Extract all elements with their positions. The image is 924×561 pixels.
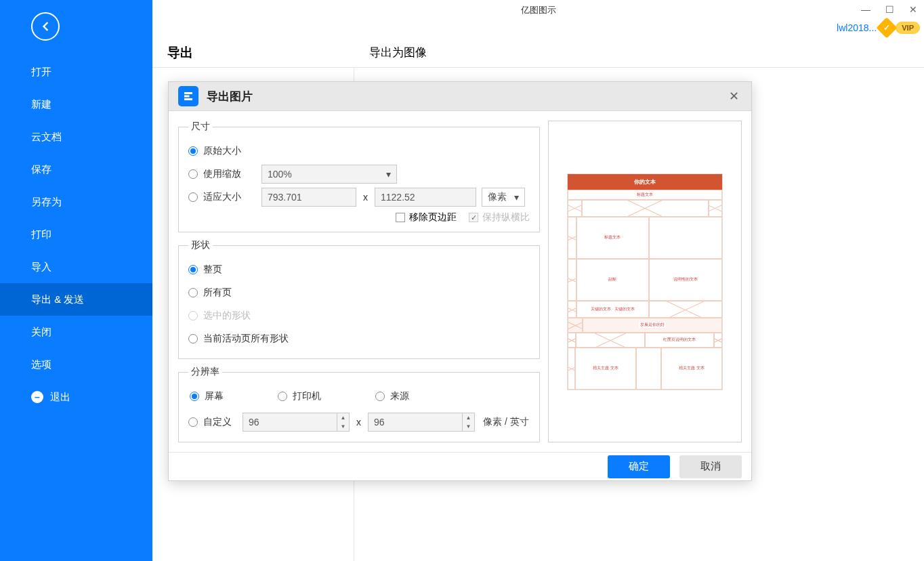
- dialog-body: 尺寸 原始大小 使用缩放 100%▾ 适应大小: [169, 111, 751, 452]
- radio-res-printer[interactable]: [278, 392, 287, 401]
- res-unit-label: 像素 / 英寸: [483, 416, 529, 428]
- radio-original-size[interactable]: [188, 146, 198, 156]
- radio-all-pages[interactable]: [188, 288, 198, 297]
- spin-down-icon[interactable]: ▼: [462, 422, 474, 431]
- spin-up-icon[interactable]: ▲: [337, 413, 349, 422]
- sidebar-item-saveas[interactable]: 另存为: [0, 186, 152, 218]
- user-name[interactable]: lwl2018...: [837, 22, 877, 33]
- label-zoom: 使用缩放: [203, 168, 261, 180]
- radio-res-source[interactable]: [375, 392, 385, 401]
- page-heading: 导出: [152, 38, 354, 67]
- label-selected-shapes: 选中的形状: [203, 310, 251, 322]
- titlebar: 亿图图示 — ☐ ✕: [152, 0, 924, 20]
- sidebar-item-options[interactable]: 选项: [0, 348, 152, 381]
- sidebar-item-open[interactable]: 打开: [0, 56, 152, 88]
- label-fit: 适应大小: [203, 191, 261, 203]
- zoom-select[interactable]: 100%▾: [261, 165, 397, 184]
- cancel-button[interactable]: 取消: [679, 455, 742, 478]
- x-separator: x: [363, 192, 368, 203]
- label-remove-margin: 移除页边距: [409, 211, 457, 224]
- user-row: lwl2018... VIP: [152, 18, 924, 38]
- sidebar-item-new[interactable]: 新建: [0, 88, 152, 121]
- resolution-group: 分辨率 屏幕 打印机 来源: [178, 366, 540, 442]
- preview-document: 你的文本 标题文本 标题文本 副标说明性的文本 关键的文本 · 关键的文本 发展…: [567, 173, 723, 390]
- label-res-screen: 屏幕: [205, 390, 224, 402]
- preview-panel: 你的文本 标题文本 标题文本 副标说明性的文本 关键的文本 · 关键的文本 发展…: [548, 121, 742, 442]
- radio-selected-shapes: [188, 311, 198, 320]
- chevron-down-icon: ▾: [386, 169, 391, 180]
- shape-group: 形状 整页 所有页 选中的形状 当前活动页所有: [178, 239, 540, 359]
- chevron-down-icon: ▾: [514, 192, 519, 203]
- sidebar-item-exit[interactable]: – 退出: [0, 381, 152, 413]
- preview-sub: 标题文本: [568, 190, 722, 200]
- res-y-input[interactable]: 96 ▲▼: [368, 413, 475, 432]
- label-res-custom: 自定义: [203, 416, 243, 428]
- label-current-shapes: 当前活动页所有形状: [203, 333, 289, 345]
- preview-title: 你的文本: [568, 174, 722, 190]
- spin-down-icon[interactable]: ▼: [337, 422, 349, 431]
- label-res-source: 来源: [390, 390, 409, 402]
- dialog-close-button[interactable]: ✕: [726, 88, 742, 104]
- vip-badge[interactable]: VIP: [879, 20, 920, 35]
- window-controls: — ☐ ✕: [861, 4, 917, 15]
- sidebar-item-export[interactable]: 导出 & 发送: [0, 283, 152, 316]
- radio-res-screen[interactable]: [190, 392, 199, 401]
- checkbox-keep-ratio: [469, 213, 478, 222]
- x-separator: x: [356, 417, 361, 428]
- back-button[interactable]: [31, 12, 60, 41]
- dialog-footer: 确定 取消: [169, 452, 751, 480]
- size-legend: 尺寸: [188, 121, 213, 133]
- sidebar-item-import[interactable]: 导入: [0, 251, 152, 283]
- unit-select[interactable]: 像素▾: [482, 188, 525, 207]
- ok-button[interactable]: 确定: [608, 455, 670, 478]
- app-logo-icon: [178, 86, 198, 106]
- res-x-input[interactable]: 96 ▲▼: [243, 413, 350, 432]
- dialog-header: 导出图片 ✕: [169, 82, 751, 111]
- sidebar: 打开 新建 云文档 保存 另存为 打印 导入 导出 & 发送 关闭 选项 – 退…: [0, 0, 152, 561]
- radio-zoom[interactable]: [188, 169, 198, 179]
- minimize-button[interactable]: —: [861, 4, 870, 15]
- vip-shield-icon: [877, 17, 898, 38]
- label-original-size: 原始大小: [203, 145, 241, 157]
- dialog-options: 尺寸 原始大小 使用缩放 100%▾ 适应大小: [178, 121, 540, 442]
- label-keep-ratio: 保持纵横比: [482, 211, 530, 224]
- page-header: 导出 导出为图像: [152, 38, 924, 68]
- sidebar-item-print[interactable]: 打印: [0, 218, 152, 251]
- spin-up-icon[interactable]: ▲: [462, 413, 474, 422]
- radio-full-page[interactable]: [188, 265, 198, 274]
- export-image-dialog: 导出图片 ✕ 尺寸 原始大小 使用缩放 100%▾: [168, 81, 752, 481]
- radio-fit[interactable]: [188, 192, 198, 202]
- label-all-pages: 所有页: [203, 287, 232, 299]
- sidebar-item-save[interactable]: 保存: [0, 153, 152, 186]
- checkbox-remove-margin[interactable]: [396, 213, 405, 222]
- maximize-button[interactable]: ☐: [885, 4, 894, 15]
- resolution-legend: 分辨率: [188, 366, 222, 378]
- shape-legend: 形状: [188, 239, 213, 251]
- app-root: 打开 新建 云文档 保存 另存为 打印 导入 导出 & 发送 关闭 选项 – 退…: [0, 0, 924, 561]
- sidebar-item-close[interactable]: 关闭: [0, 316, 152, 348]
- radio-res-custom[interactable]: [188, 417, 198, 427]
- radio-current-shapes[interactable]: [188, 334, 198, 344]
- exit-icon: –: [31, 391, 43, 403]
- height-input[interactable]: 1122.52: [375, 188, 476, 207]
- dialog-title: 导出图片: [207, 89, 726, 104]
- app-title: 亿图图示: [521, 4, 556, 16]
- sidebar-item-cloud[interactable]: 云文档: [0, 121, 152, 153]
- label-full-page: 整页: [203, 264, 222, 276]
- close-window-button[interactable]: ✕: [909, 4, 917, 15]
- page-subheading: 导出为图像: [354, 38, 924, 67]
- label-res-printer: 打印机: [293, 390, 321, 402]
- width-input[interactable]: 793.701: [261, 188, 356, 207]
- size-group: 尺寸 原始大小 使用缩放 100%▾ 适应大小: [178, 121, 540, 232]
